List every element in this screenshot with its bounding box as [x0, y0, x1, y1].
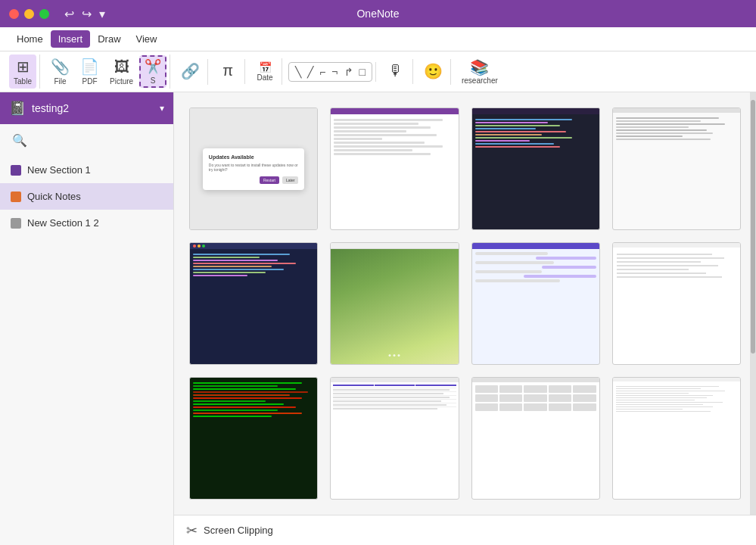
screenshot-4[interactable]	[612, 107, 741, 230]
table-icon: ⊞	[17, 58, 30, 76]
researcher-label: researcher	[462, 76, 498, 85]
pdf-button[interactable]: 📄 PDF	[76, 54, 104, 89]
picture-icon: 🖼	[114, 58, 129, 76]
math-icon: π	[222, 62, 233, 79]
maximize-button[interactable]	[39, 9, 49, 19]
section-label: Quick Notes	[27, 191, 81, 202]
search-icon[interactable]: 🔍	[9, 130, 164, 151]
audio-icon: 🎙	[388, 62, 403, 79]
sidebar: 📓 testing2 ▾ 🔍 New Section 1 Quick Notes…	[0, 92, 174, 545]
section-color-gray	[11, 218, 21, 229]
audio-group: 🎙	[379, 59, 413, 84]
pdf-icon: 📄	[80, 58, 99, 76]
table-group: ⊞ Table	[6, 54, 40, 89]
screenshot-button[interactable]: ✂️ S	[139, 55, 166, 88]
table-button[interactable]: ⊞ Table	[9, 54, 36, 89]
shape-corner1[interactable]: ⌐	[318, 64, 327, 79]
audio-button[interactable]: 🎙	[382, 59, 409, 84]
emoji-button[interactable]: 🙂	[419, 59, 447, 85]
screenshot-label: S	[151, 76, 156, 85]
screenshot-10[interactable]	[330, 377, 459, 500]
date-label: Date	[257, 73, 273, 82]
menu-bar: Home Insert Draw View	[0, 27, 756, 51]
more-button[interactable]: ▾	[99, 7, 105, 21]
screenshot-12[interactable]	[612, 377, 741, 500]
file-button[interactable]: 📎 File	[46, 54, 74, 89]
screenshot-1[interactable]: Updates Available Do you want to restart…	[189, 107, 318, 230]
shape-line2[interactable]: ╱	[306, 64, 315, 79]
shape-corner2[interactable]: ¬	[330, 64, 339, 79]
chevron-down-icon: ▾	[160, 103, 164, 114]
math-group: π	[211, 59, 245, 84]
link-button[interactable]: 🔗	[176, 59, 204, 85]
menu-insert[interactable]: Insert	[51, 30, 91, 48]
screenshot-11[interactable]	[471, 377, 600, 500]
sidebar-search-area: 🔍	[0, 124, 173, 157]
menu-draw[interactable]: Draw	[90, 30, 128, 48]
redo-button[interactable]: ↪	[82, 7, 92, 21]
math-button[interactable]: π	[214, 59, 241, 84]
sidebar-item-new-section-2[interactable]: New Section 1 2	[0, 210, 173, 236]
shape-arrow[interactable]: ↱	[343, 64, 355, 79]
emoji-icon: 🙂	[424, 62, 443, 80]
app-title: OneNote	[356, 8, 399, 20]
shape-line1[interactable]: ╲	[294, 64, 303, 79]
date-group: 📅 Date	[248, 58, 282, 85]
sidebar-item-new-section-1[interactable]: New Section 1	[0, 157, 173, 183]
shape-rect[interactable]: □	[358, 64, 367, 79]
researcher-group: 📚 researcher	[454, 55, 506, 88]
sidebar-item-quick-notes[interactable]: Quick Notes	[0, 183, 173, 210]
picture-label: Picture	[110, 77, 133, 86]
shapes-toolbar: ╲ ╱ ⌐ ¬ ↱ □	[288, 62, 372, 82]
section-color-orange	[11, 192, 21, 202]
table-label: Table	[14, 77, 32, 86]
screen-clipping-label[interactable]: Screen Clipping	[204, 525, 273, 536]
main-layout: 📓 testing2 ▾ 🔍 New Section 1 Quick Notes…	[0, 92, 756, 545]
update-dialog-title: Updates Available	[209, 154, 299, 160]
screenshots-grid: Updates Available Do you want to restart…	[174, 92, 756, 515]
notebook-name: testing2	[32, 102, 154, 114]
picture-button[interactable]: 🖼 Picture	[105, 55, 138, 89]
link-icon: 🔗	[181, 62, 200, 80]
pdf-label: PDF	[82, 77, 98, 86]
menu-home[interactable]: Home	[9, 30, 51, 48]
section-label: New Section 1	[27, 164, 91, 176]
close-button[interactable]	[9, 9, 19, 19]
file-group: 📎 File 📄 PDF 🖼 Picture ✂️ S	[43, 54, 170, 89]
emoji-group: 🙂	[416, 59, 451, 85]
screenshot-9[interactable]	[189, 377, 318, 500]
title-bar-actions: ↩ ↪ ▾	[64, 7, 105, 21]
screenshot-8[interactable]	[612, 242, 741, 365]
file-icon: 📎	[51, 58, 70, 76]
researcher-button[interactable]: 📚 researcher	[457, 55, 502, 88]
link-group: 🔗	[173, 59, 208, 85]
scrollbar-thumb[interactable]	[751, 100, 755, 353]
date-button[interactable]: 📅 Date	[251, 58, 278, 85]
file-label: File	[54, 77, 66, 86]
screenshot-5[interactable]	[189, 242, 318, 365]
screen-clipping-icon: ✂	[186, 522, 198, 539]
section-color-purple	[11, 165, 21, 176]
notebook-icon: 📓	[9, 100, 26, 117]
screenshot-3[interactable]	[471, 107, 600, 230]
section-label: New Section 1 2	[27, 217, 99, 229]
content-area: Updates Available Do you want to restart…	[174, 92, 756, 545]
minimize-button[interactable]	[24, 9, 34, 19]
shapes-group: ╲ ╱ ⌐ ¬ ↱ □	[285, 62, 376, 82]
screenshot-icon: ✂️	[145, 58, 161, 75]
screenshot-6[interactable]	[330, 242, 459, 365]
undo-button[interactable]: ↩	[64, 7, 74, 21]
title-bar: ↩ ↪ ▾ OneNote	[0, 0, 756, 27]
bottom-bar: ✂ Screen Clipping	[174, 515, 756, 545]
menu-view[interactable]: View	[129, 30, 165, 48]
toolbar: ⊞ Table 📎 File 📄 PDF 🖼 Picture ✂️ S 🔗 π	[0, 51, 756, 92]
screenshot-7[interactable]	[471, 242, 600, 365]
screenshot-2[interactable]	[330, 107, 459, 230]
scrollbar[interactable]	[750, 92, 756, 515]
traffic-lights	[9, 9, 49, 19]
notebook-header[interactable]: 📓 testing2 ▾	[0, 92, 173, 124]
